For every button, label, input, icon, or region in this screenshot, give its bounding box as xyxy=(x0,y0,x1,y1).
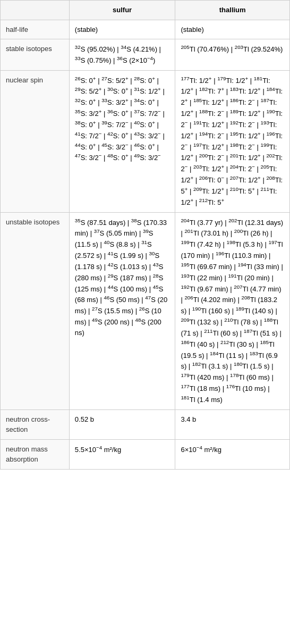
header-sulfur: sulfur xyxy=(69,1,175,20)
sulfur-half-life: (stable) xyxy=(69,20,175,39)
label-neutron-mass-absorption: neutron mass absorption xyxy=(1,439,70,469)
label-nuclear-spin: nuclear spin xyxy=(1,70,70,212)
thallium-half-life: (stable) xyxy=(175,20,290,39)
sulfur-neutron-mass-absorption: 5.5×10−4 m²/kg xyxy=(69,439,175,469)
sulfur-neutron-cross-section: 0.52 b xyxy=(69,409,175,439)
row-half-life: half-life (stable) (stable) xyxy=(1,20,290,39)
thallium-neutron-cross-section: 3.4 b xyxy=(175,409,290,439)
sulfur-nuclear-spin: 26S: 0+ | 27S: 5/2+ | 28S: 0+ | 29S: 5/2… xyxy=(69,70,175,212)
label-stable-isotopes: stable isotopes xyxy=(1,39,70,71)
header-col1 xyxy=(1,1,70,20)
row-neutron-mass-absorption: neutron mass absorption 5.5×10−4 m²/kg 6… xyxy=(1,439,290,469)
header-thallium: thallium xyxy=(175,1,290,20)
row-nuclear-spin: nuclear spin 26S: 0+ | 27S: 5/2+ | 28S: … xyxy=(1,70,290,212)
thallium-nuclear-spin: 177Tl: 1/2+ | 179Tl: 1/2+ | 181Tl: 1/2+ … xyxy=(175,70,290,212)
sulfur-unstable-isotopes: 35S (87.51 days) | 38S (170.33 min) | 37… xyxy=(69,212,175,409)
sulfur-stable-isotopes: 32S (95.02%) | 34S (4.21%) | 33S (0.75%)… xyxy=(69,39,175,71)
thallium-neutron-mass-absorption: 6×10−4 m²/kg xyxy=(175,439,290,469)
label-unstable-isotopes: unstable isotopes xyxy=(1,212,70,409)
row-neutron-cross-section: neutron cross-section 0.52 b 3.4 b xyxy=(1,409,290,439)
thallium-unstable-isotopes: 204Tl (3.77 yr) | 202Tl (12.31 days) | 2… xyxy=(175,212,290,409)
label-neutron-cross-section: neutron cross-section xyxy=(1,409,70,439)
label-half-life: half-life xyxy=(1,20,70,39)
row-stable-isotopes: stable isotopes 32S (95.02%) | 34S (4.21… xyxy=(1,39,290,71)
row-unstable-isotopes: unstable isotopes 35S (87.51 days) | 38S… xyxy=(1,212,290,409)
thallium-stable-isotopes: 205Tl (70.476%) | 203Tl (29.524%) xyxy=(175,39,290,71)
